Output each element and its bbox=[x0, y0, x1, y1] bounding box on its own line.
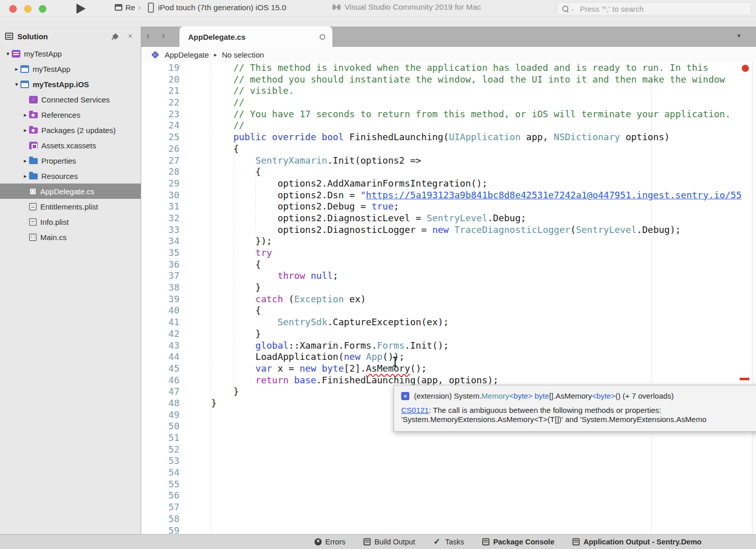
code-line[interactable]: 54 bbox=[141, 467, 756, 479]
code-line[interactable]: 36{ bbox=[141, 259, 756, 271]
line-number[interactable]: 45 bbox=[141, 363, 179, 375]
code-editor[interactable]: 19// This method is invoked when the app… bbox=[141, 62, 756, 534]
line-number[interactable]: 28 bbox=[141, 166, 179, 178]
code-line[interactable]: 39catch (Exception ex) bbox=[141, 294, 756, 305]
code-line[interactable]: 53 bbox=[141, 455, 756, 467]
expand-icon[interactable]: ▸ bbox=[21, 173, 29, 179]
close-pad-icon[interactable]: × bbox=[128, 32, 133, 41]
breadcrumb-selection[interactable]: No selection bbox=[222, 50, 264, 59]
statusbar-application-output-sentry-demo[interactable]: Application Output - Sentry.Demo bbox=[572, 538, 701, 546]
expand-icon[interactable]: ▸ bbox=[21, 127, 29, 134]
code-line[interactable]: 58 bbox=[141, 513, 756, 525]
line-number[interactable]: 41 bbox=[141, 317, 179, 328]
line-number[interactable]: 52 bbox=[141, 444, 179, 456]
line-number[interactable]: 37 bbox=[141, 270, 179, 282]
statusbar-package-console[interactable]: Package Console bbox=[482, 538, 554, 546]
tree-item-mytestapp[interactable]: ▸myTestApp bbox=[0, 61, 141, 76]
code-line[interactable]: 35try bbox=[141, 247, 756, 259]
code-line[interactable]: 40{ bbox=[141, 305, 756, 317]
tree-item-appdelegate-cs[interactable]: AppDelegate.cs bbox=[0, 184, 141, 199]
statusbar-build-output[interactable]: Build Output bbox=[363, 538, 415, 546]
code-line[interactable]: 52 bbox=[141, 444, 756, 456]
tree-item-main-cs[interactable]: Main.cs bbox=[0, 229, 141, 245]
line-number[interactable]: 24 bbox=[141, 120, 179, 132]
line-number[interactable]: 49 bbox=[141, 409, 179, 421]
minimize-window-button[interactable] bbox=[24, 5, 32, 13]
collapse-icon[interactable]: ▾ bbox=[13, 81, 20, 88]
code-line[interactable]: 19// This method is invoked when the app… bbox=[141, 62, 756, 74]
line-number[interactable]: 51 bbox=[141, 432, 179, 444]
line-number[interactable]: 22 bbox=[141, 97, 179, 109]
code-line[interactable]: 57 bbox=[141, 502, 756, 513]
line-number[interactable]: 53 bbox=[141, 455, 179, 467]
code-line[interactable]: 42} bbox=[141, 328, 756, 340]
code-line[interactable]: 22// bbox=[141, 97, 756, 109]
expand-icon[interactable]: ▸ bbox=[13, 66, 20, 72]
zoom-window-button[interactable] bbox=[39, 5, 46, 13]
tab-appdelegate[interactable]: AppDelegate.cs bbox=[179, 27, 332, 47]
run-button[interactable] bbox=[76, 4, 86, 14]
code-line[interactable]: 27SentryXamarin.Init(options2 => bbox=[141, 155, 756, 167]
line-number[interactable]: 25 bbox=[141, 132, 179, 143]
tree-item-assets-xcassets[interactable]: Assets.xcassets bbox=[0, 138, 141, 153]
statusbar-errors[interactable]: Errors bbox=[315, 538, 345, 546]
line-number[interactable]: 56 bbox=[141, 490, 179, 502]
tree-item-resources[interactable]: ▸Resources bbox=[0, 168, 141, 184]
expand-icon[interactable]: ▸ bbox=[21, 112, 29, 118]
tree-item-mytestapp[interactable]: ▾myTestApp bbox=[0, 46, 141, 61]
line-number[interactable]: 50 bbox=[141, 421, 179, 432]
line-number[interactable]: 54 bbox=[141, 467, 179, 479]
tree-item-connected-services[interactable]: Connected Services bbox=[0, 92, 141, 107]
code-line[interactable]: 33options2.DiagnosticLogger = new TraceD… bbox=[141, 224, 756, 236]
navigate-back-button[interactable]: ‹ bbox=[146, 30, 150, 41]
code-line[interactable]: 37throw null; bbox=[141, 270, 756, 282]
line-number[interactable]: 40 bbox=[141, 305, 179, 317]
line-number[interactable]: 34 bbox=[141, 236, 179, 247]
close-window-button[interactable] bbox=[9, 5, 17, 13]
line-number[interactable]: 31 bbox=[141, 201, 179, 213]
line-number[interactable]: 23 bbox=[141, 109, 179, 120]
line-number[interactable]: 19 bbox=[141, 62, 179, 74]
line-number[interactable]: 42 bbox=[141, 328, 179, 340]
code-line[interactable]: 23// You have 17 seconds to return from … bbox=[141, 109, 756, 120]
code-line[interactable]: 24// bbox=[141, 120, 756, 132]
line-number[interactable]: 27 bbox=[141, 155, 179, 167]
line-number[interactable]: 30 bbox=[141, 190, 179, 201]
code-line[interactable]: 21// visible. bbox=[141, 85, 756, 97]
editor-scrollbar[interactable] bbox=[752, 62, 756, 534]
device-selector[interactable]: iPod touch (7th generation) iOS 15.0 bbox=[148, 3, 286, 13]
line-number[interactable]: 48 bbox=[141, 398, 179, 409]
code-line[interactable]: 28{ bbox=[141, 166, 756, 178]
line-number[interactable]: 46 bbox=[141, 375, 179, 386]
code-line[interactable]: 25public override bool FinishedLaunching… bbox=[141, 132, 756, 143]
line-number[interactable]: 39 bbox=[141, 294, 179, 305]
tree-item-mytestapp-ios[interactable]: ▾myTestApp.iOS bbox=[0, 76, 141, 92]
code-line[interactable]: 41SentrySdk.CaptureException(ex); bbox=[141, 317, 756, 328]
code-line[interactable]: 29options2.AddXamarinFormsIntegration(); bbox=[141, 178, 756, 190]
code-line[interactable]: 56 bbox=[141, 490, 756, 502]
code-line[interactable]: 34}); bbox=[141, 236, 756, 247]
code-line[interactable]: 46return base.FinishedLaunching(app, opt… bbox=[141, 375, 756, 386]
statusbar-tasks[interactable]: Tasks bbox=[433, 538, 464, 546]
code-line[interactable]: 43global::Xamarin.Forms.Forms.Init(); bbox=[141, 340, 756, 352]
error-code-link[interactable]: CS0121 bbox=[401, 406, 429, 414]
tree-item-packages-2-updates-[interactable]: ▸Packages (2 updates) bbox=[0, 122, 141, 138]
global-search-input[interactable]: ⌄ Press '^,' to search bbox=[557, 2, 751, 15]
tree-item-references[interactable]: ▸References bbox=[0, 107, 141, 122]
line-number[interactable]: 33 bbox=[141, 224, 179, 236]
code-line[interactable]: 59 bbox=[141, 525, 756, 535]
code-line[interactable]: 51 bbox=[141, 432, 756, 444]
code-line[interactable]: 55 bbox=[141, 479, 756, 490]
line-number[interactable]: 36 bbox=[141, 259, 179, 271]
run-configuration-selector[interactable]: Re › bbox=[115, 3, 141, 12]
tree-item-entitlements-plist[interactable]: Entitlements.plist bbox=[0, 199, 141, 214]
line-number[interactable]: 43 bbox=[141, 340, 179, 352]
line-number[interactable]: 35 bbox=[141, 247, 179, 259]
navigate-forward-button[interactable]: › bbox=[162, 30, 165, 41]
expand-icon[interactable]: ▸ bbox=[21, 158, 29, 164]
line-number[interactable]: 44 bbox=[141, 351, 179, 363]
tree-item-properties[interactable]: ▸Properties bbox=[0, 153, 141, 168]
line-number[interactable]: 26 bbox=[141, 143, 179, 155]
code-line[interactable]: 44LoadApplication(new App()); bbox=[141, 351, 756, 363]
code-line[interactable]: 38} bbox=[141, 282, 756, 294]
